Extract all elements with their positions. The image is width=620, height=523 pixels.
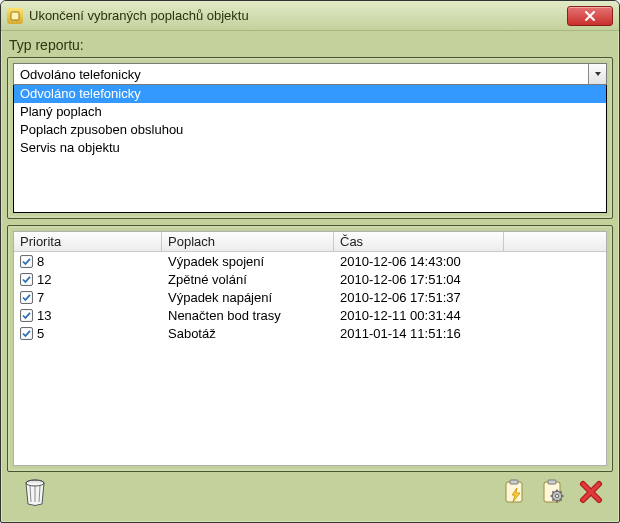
cell-priorita: 13: [37, 308, 51, 323]
clipboard-lightning-icon: [501, 478, 529, 506]
chevron-down-icon: [594, 70, 602, 78]
cell-cas: 2011-01-14 11:51:16: [334, 326, 504, 341]
cell-poplach: Sabotáž: [162, 326, 334, 341]
cell-poplach: Nenačten bod trasy: [162, 308, 334, 323]
cell-priorita: 8: [37, 254, 44, 269]
dropdown-option[interactable]: Planý poplach: [14, 103, 606, 121]
client-area: Typ reportu: Odvoláno telefonicky Odvolá…: [1, 31, 619, 522]
table-row[interactable]: 8Výpadek spojení2010-12-06 14:43:00: [14, 252, 606, 270]
report-type-label: Typ reportu:: [7, 35, 613, 57]
column-header-poplach[interactable]: Poplach: [162, 232, 334, 251]
row-checkbox[interactable]: [20, 255, 33, 268]
table-header: Priorita Poplach Čas: [14, 232, 606, 252]
cell-poplach: Zpětné volání: [162, 272, 334, 287]
row-checkbox[interactable]: [20, 273, 33, 286]
row-checkbox[interactable]: [20, 291, 33, 304]
window-title: Ukončení vybraných poplachů objektu: [29, 8, 567, 23]
clipboard-gear-icon: [539, 478, 567, 506]
top-panel: Odvoláno telefonicky Odvoláno telefonick…: [7, 57, 613, 219]
close-button[interactable]: [567, 6, 613, 26]
dropdown-option[interactable]: Odvoláno telefonicky: [14, 85, 606, 103]
cell-poplach: Výpadek napájení: [162, 290, 334, 305]
combobox-value: Odvoláno telefonicky: [14, 65, 588, 84]
cell-cas: 2010-12-11 00:31:44: [334, 308, 504, 323]
table-row[interactable]: 7Výpadek napájení2010-12-06 17:51:37: [14, 288, 606, 306]
table-row[interactable]: 5Sabotáž2011-01-14 11:51:16: [14, 324, 606, 342]
svg-rect-6: [548, 480, 556, 484]
row-checkbox[interactable]: [20, 327, 33, 340]
cell-priorita: 5: [37, 326, 44, 341]
column-header-priorita[interactable]: Priorita: [14, 232, 162, 251]
dropdown-option[interactable]: Poplach zpusoben obsluhou: [14, 121, 606, 139]
cancel-icon: [577, 478, 605, 506]
apply-button[interactable]: [499, 476, 531, 508]
titlebar: Ukončení vybraných poplachů objektu: [1, 1, 619, 31]
cell-poplach: Výpadek spojení: [162, 254, 334, 269]
svg-rect-4: [510, 480, 518, 484]
table-row[interactable]: 13Nenačten bod trasy2010-12-11 00:31:44: [14, 306, 606, 324]
combobox-dropdown-button[interactable]: [588, 64, 606, 84]
cell-cas: 2010-12-06 17:51:37: [334, 290, 504, 305]
alarms-table: Priorita Poplach Čas 8Výpadek spojení201…: [13, 231, 607, 466]
check-icon: [22, 257, 31, 266]
table-row[interactable]: 12Zpětné volání2010-12-06 17:51:04: [14, 270, 606, 288]
table-panel: Priorita Poplach Čas 8Výpadek spojení201…: [7, 225, 613, 472]
svg-point-8: [555, 494, 558, 497]
close-icon: [584, 10, 596, 22]
cell-priorita: 12: [37, 272, 51, 287]
report-type-dropdown-list[interactable]: Odvoláno telefonickyPlaný poplachPoplach…: [13, 85, 607, 213]
cell-priorita: 7: [37, 290, 44, 305]
check-icon: [22, 293, 31, 302]
trash-icon: [22, 477, 48, 507]
footer-toolbar: [7, 472, 613, 516]
cell-cas: 2010-12-06 14:43:00: [334, 254, 504, 269]
table-body: 8Výpadek spojení2010-12-06 14:43:0012Zpě…: [14, 252, 606, 465]
cell-cas: 2010-12-06 17:51:04: [334, 272, 504, 287]
column-header-cas[interactable]: Čas: [334, 232, 504, 251]
dialog-window: Ukončení vybraných poplachů objektu Typ …: [0, 0, 620, 523]
column-header-spacer: [504, 232, 606, 251]
app-icon: [7, 8, 23, 24]
report-type-combobox[interactable]: Odvoláno telefonicky: [13, 63, 607, 85]
check-icon: [22, 329, 31, 338]
svg-rect-0: [11, 12, 19, 20]
settings-button[interactable]: [537, 476, 569, 508]
check-icon: [22, 311, 31, 320]
cancel-button[interactable]: [575, 476, 607, 508]
delete-button[interactable]: [19, 476, 51, 508]
check-icon: [22, 275, 31, 284]
row-checkbox[interactable]: [20, 309, 33, 322]
dropdown-option[interactable]: Servis na objektu: [14, 139, 606, 157]
